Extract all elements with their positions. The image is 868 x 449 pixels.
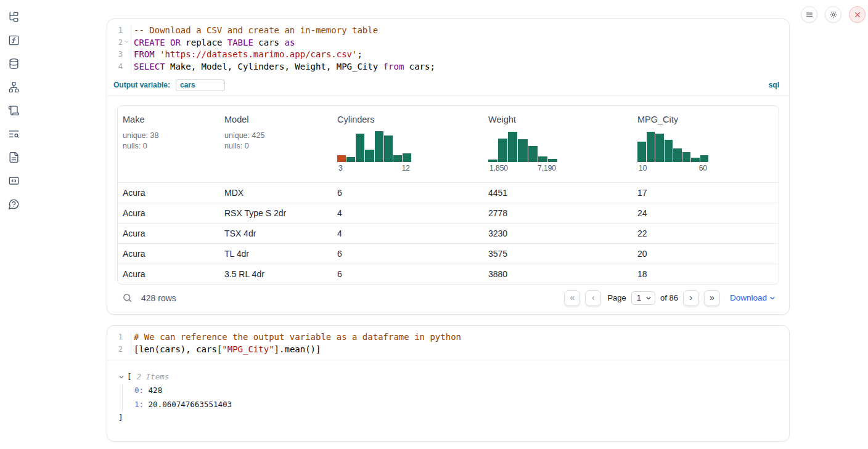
column-header-weight[interactable]: Weight 1,850 7,190 [483, 106, 633, 182]
code-line: 4SELECT Make, Model, Cylinders, Weight, … [107, 61, 789, 73]
scratchpad-icon[interactable] [6, 103, 22, 118]
fold-toggle[interactable] [123, 37, 131, 49]
next-page-button[interactable]: › [683, 290, 699, 306]
line-number: 3 [107, 49, 123, 61]
row-count: 428 rows [141, 293, 176, 303]
code-text: -- Download a CSV and create an in-memor… [131, 25, 378, 37]
tree-entry-key: 0: [134, 386, 144, 395]
histogram-bar [700, 155, 709, 162]
hamburger-icon [805, 10, 814, 19]
column-header-cylinders[interactable]: Cylinders 3 12 [332, 106, 483, 182]
collapse-toggle-icon[interactable] [118, 374, 125, 380]
table-cell: Acura [118, 208, 219, 218]
shutdown-button[interactable] [849, 6, 866, 23]
table-cell: 3575 [483, 249, 633, 259]
histogram-bar [384, 136, 393, 161]
table-footer: 428 rows « ‹ Page 1 of 86 › » Download [117, 285, 779, 312]
variables-icon[interactable] [6, 33, 22, 48]
stat-unique: unique: 38 [123, 131, 215, 142]
table-cell: Acura [118, 249, 219, 259]
table-cell: 17 [633, 188, 779, 198]
fold-chevron-icon [124, 39, 129, 44]
chevron-down-icon [645, 295, 652, 301]
line-number: 1 [107, 331, 123, 344]
prev-page-button[interactable]: ‹ [585, 290, 601, 306]
tree-entry: 1: 20.060747663551403 [134, 398, 779, 412]
column-header-make[interactable]: Make unique: 38 nulls: 0 [118, 106, 219, 182]
tree-root: [ 2 Items [118, 370, 779, 384]
search-button[interactable] [121, 291, 134, 304]
histogram-bar [498, 139, 507, 162]
code-line: 2CREATE OR replace TABLE cars as [107, 37, 789, 49]
page-select-value: 1 [637, 293, 641, 302]
close-icon [853, 10, 862, 19]
sql-cell: 1-- Download a CSV and create an in-memo… [107, 18, 790, 315]
code-line: 2[len(cars), cars["MPG_City"].mean()] [107, 344, 789, 356]
snippets-icon[interactable] [6, 173, 22, 188]
help-icon[interactable] [6, 196, 22, 212]
sql-cell-footer: Output variable: sql [107, 78, 789, 96]
tree-entries: 0: 4281: 20.060747663551403 [122, 384, 779, 411]
table-cell: RSX Type S 2dr [219, 208, 332, 218]
histogram-bar [655, 134, 664, 162]
python-output: [ 2 Items 0: 4281: 20.060747663551403 ] [107, 360, 789, 441]
histogram-bar [637, 142, 646, 162]
code-text: [len(cars), cars["MPG_City"].mean()] [131, 344, 321, 356]
histogram-bar [403, 153, 411, 162]
column-title: Make [123, 114, 215, 125]
table-row: AcuraMDX6445117 [118, 182, 779, 203]
page-total-label: of 86 [660, 293, 678, 302]
sidebar [0, 0, 27, 449]
download-button[interactable]: Download [730, 293, 776, 302]
histogram-axis: 3 12 [337, 164, 411, 172]
page-select[interactable]: 1 [631, 291, 655, 305]
table-cell: Acura [118, 188, 219, 198]
code-text: CREATE OR replace TABLE cars as [131, 37, 295, 49]
column-header-model[interactable]: Model unique: 425 nulls: 0 [219, 106, 332, 182]
column-title: MPG_City [637, 114, 774, 125]
documentation-icon[interactable] [6, 150, 22, 165]
datasources-icon[interactable] [6, 56, 22, 71]
code-line: 1# We can reference the output variable … [107, 331, 789, 344]
dependency-graph-icon[interactable] [6, 79, 22, 95]
histogram-bar [691, 158, 700, 161]
table-cell: 6 [332, 188, 483, 198]
first-page-button[interactable]: « [564, 290, 580, 306]
output-variable-input[interactable] [176, 79, 225, 91]
histogram-bar [682, 152, 691, 162]
axis-min: 10 [639, 164, 647, 172]
table-cell: 3230 [483, 229, 633, 238]
sql-output: Make unique: 38 nulls: 0 Model unique: 4… [107, 96, 789, 314]
sql-code-editor[interactable]: 1-- Download a CSV and create an in-memo… [107, 19, 789, 78]
language-badge[interactable]: sql [769, 81, 779, 89]
chevron-down-icon [769, 295, 776, 301]
table-cell: 20 [633, 249, 779, 259]
settings-button[interactable] [825, 6, 841, 23]
histogram-bar [488, 160, 497, 162]
python-code-editor[interactable]: 1# We can reference the output variable … [107, 326, 789, 360]
table-cell: 6 [332, 269, 483, 279]
table-cell: 3880 [483, 269, 633, 279]
weight-histogram: 1,850 7,190 [488, 129, 557, 172]
output-variable-label: Output variable: [113, 81, 170, 89]
table-cell: 4451 [483, 188, 633, 198]
table-cell: 18 [633, 269, 779, 279]
histogram-axis: 1,850 7,190 [488, 164, 557, 172]
search-lines-icon[interactable] [6, 126, 22, 142]
last-page-button[interactable]: » [704, 290, 720, 306]
table-cell: 6 [332, 249, 483, 259]
column-stats: unique: 38 nulls: 0 [123, 131, 215, 152]
histogram-bar [518, 139, 527, 162]
table-cell: Acura [118, 229, 219, 238]
column-header-mpg-city[interactable]: MPG_City 10 60 [633, 106, 779, 182]
stat-unique: unique: 425 [224, 131, 327, 142]
histogram-bar [375, 131, 383, 162]
menu-button[interactable] [801, 6, 817, 23]
histogram-bar [346, 157, 355, 161]
column-title: Cylinders [337, 114, 478, 125]
table-cell: 2778 [483, 208, 633, 218]
table-header: Make unique: 38 nulls: 0 Model unique: 4… [118, 106, 779, 182]
file-tree-icon[interactable] [6, 9, 22, 25]
code-line: 3FROM 'https://datasets.marimo.app/cars.… [107, 49, 789, 61]
close-bracket: ] [118, 411, 779, 424]
